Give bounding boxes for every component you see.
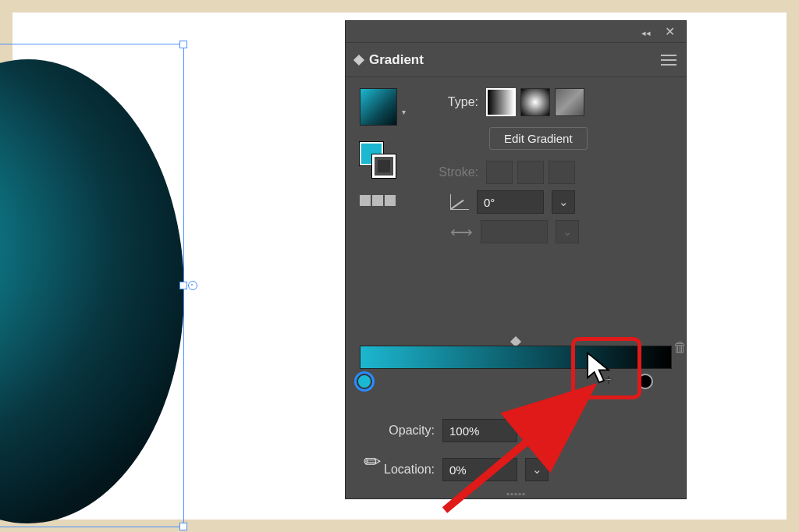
stroke-across-button xyxy=(549,161,575,184)
edit-gradient-button[interactable]: Edit Gradient xyxy=(489,127,588,150)
stroke-within-button xyxy=(486,161,513,184)
stroke-label: Stroke: xyxy=(424,165,478,179)
panel-tab-row: Gradient xyxy=(346,43,686,77)
stroke-swatch[interactable] xyxy=(372,154,396,178)
svg-line-1 xyxy=(445,393,585,510)
origin-point-icon[interactable] xyxy=(188,281,197,290)
angle-input[interactable]: 0° xyxy=(477,190,544,214)
selection-bounding-box xyxy=(0,44,184,527)
aspect-dropdown-icon: ⌄ xyxy=(556,220,579,243)
reverse-gradient-icon[interactable] xyxy=(360,195,408,206)
svg-text:+: + xyxy=(605,372,613,385)
close-icon[interactable]: ✕ xyxy=(665,24,675,39)
delete-stop-icon[interactable]: 🗑 xyxy=(673,339,687,356)
panel-title-bar: ✕ xyxy=(346,21,686,43)
aspect-input xyxy=(481,220,548,243)
diamond-icon xyxy=(353,54,364,65)
resize-handle[interactable] xyxy=(179,282,187,289)
panel-menu-icon[interactable] xyxy=(661,55,676,66)
swatch-menu-icon[interactable]: ▾ xyxy=(402,108,406,116)
options-column: Type: Edit Gradient Stroke: 0° xyxy=(424,88,672,243)
resize-handle[interactable] xyxy=(179,41,187,48)
tab-label: Gradient xyxy=(369,52,424,68)
angle-dropdown-icon[interactable]: ⌄ xyxy=(552,190,575,214)
type-label: Type: xyxy=(424,95,478,109)
gradient-stop-start[interactable] xyxy=(357,374,372,389)
type-radial-button[interactable] xyxy=(520,88,550,116)
swatch-column: ▾ xyxy=(360,88,408,206)
collapse-icon[interactable] xyxy=(641,25,651,38)
tab-gradient[interactable]: Gradient xyxy=(355,52,424,68)
gradient-preview-swatch[interactable] xyxy=(360,88,397,126)
type-linear-button[interactable] xyxy=(486,88,516,116)
stroke-along-button xyxy=(517,161,544,184)
type-freeform-button[interactable] xyxy=(555,88,584,116)
angle-icon xyxy=(450,194,469,210)
aspect-ratio-icon: ⟷ xyxy=(450,222,473,241)
fill-stroke-toggle[interactable] xyxy=(360,142,396,178)
cursor-add-icon: + xyxy=(585,351,615,388)
resize-handle[interactable] xyxy=(179,523,187,530)
